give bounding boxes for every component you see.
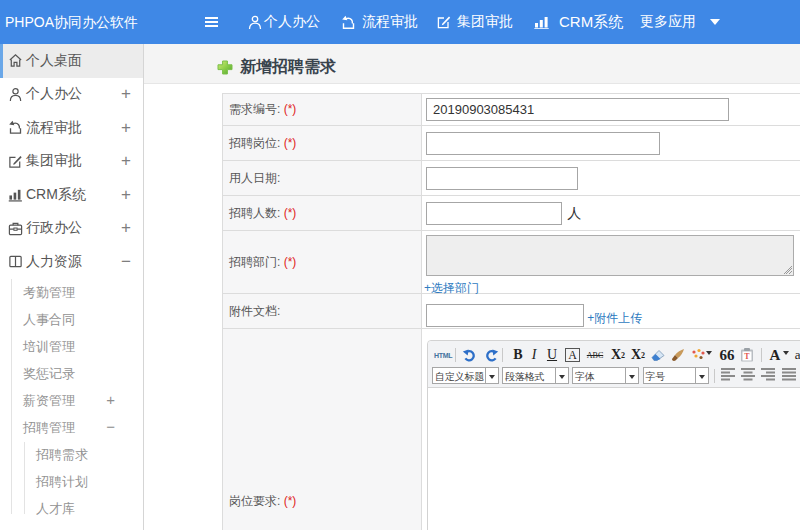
svg-text:T: T (744, 352, 750, 361)
